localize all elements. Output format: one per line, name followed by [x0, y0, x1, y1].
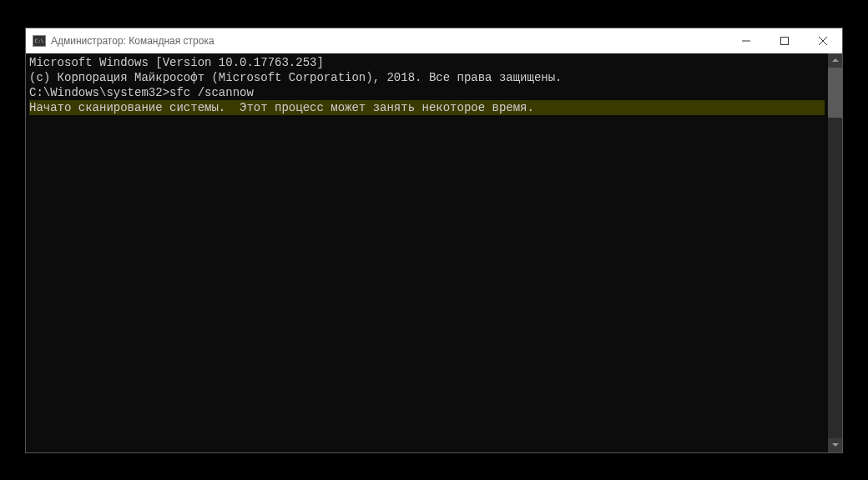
terminal-output[interactable]: Microsoft Windows [Version 10.0.17763.25…: [26, 53, 828, 452]
output-line: (c) Корпорация Майкрософт (Microsoft Cor…: [29, 70, 825, 85]
close-icon: [819, 37, 827, 45]
chevron-up-icon: [832, 58, 839, 62]
scroll-up-button[interactable]: [828, 53, 842, 68]
prompt-line: C:\Windows\system32>sfc /scannow: [29, 85, 825, 100]
minimize-icon: [742, 37, 750, 45]
titlebar-left: Администратор: Командная строка: [33, 35, 214, 47]
output-line: Начато сканирование системы. Этот процес…: [29, 100, 825, 115]
vertical-scrollbar[interactable]: [828, 53, 842, 452]
svg-rect-1: [781, 37, 789, 44]
terminal-area: Microsoft Windows [Version 10.0.17763.25…: [26, 53, 842, 452]
output-line: Microsoft Windows [Version 10.0.17763.25…: [29, 55, 825, 70]
cmd-icon: [33, 35, 46, 47]
close-button[interactable]: [804, 28, 842, 53]
command-prompt-window: Администратор: Командная строка Microsof…: [25, 28, 843, 453]
titlebar[interactable]: Администратор: Командная строка: [26, 28, 842, 53]
maximize-button[interactable]: [765, 28, 804, 53]
prompt: C:\Windows\system32>: [29, 86, 169, 99]
command-input: sfc /scannow: [169, 86, 254, 99]
scroll-down-button[interactable]: [828, 438, 842, 452]
chevron-down-icon: [832, 443, 839, 447]
scroll-thumb[interactable]: [828, 68, 842, 118]
maximize-icon: [780, 37, 789, 45]
minimize-button[interactable]: [727, 28, 765, 53]
window-title: Администратор: Командная строка: [51, 35, 214, 47]
window-controls: [727, 28, 842, 53]
